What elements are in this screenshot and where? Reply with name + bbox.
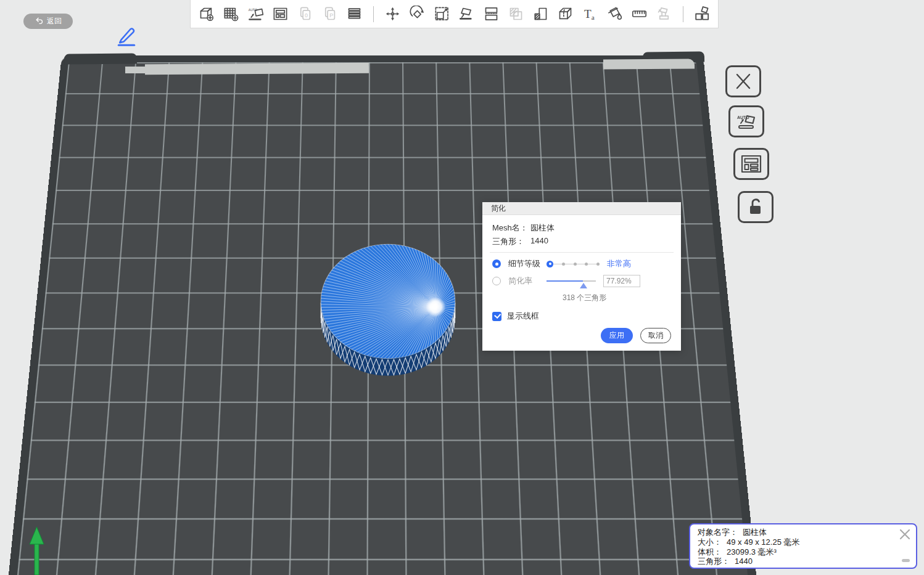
detail-level-radio[interactable] (492, 259, 501, 268)
plate-strip-right (603, 59, 695, 69)
auto-orient-tool-icon: AUTO (735, 111, 758, 132)
svg-text:T: T (584, 7, 592, 20)
object-name-value: 圆柱体 (743, 528, 767, 537)
object-name-label: 对象名字： (698, 528, 738, 537)
info-minimize-button[interactable] (902, 559, 910, 562)
scale-button[interactable] (432, 2, 452, 26)
simplify-dialog: 简化 Mesh名： 圆柱体 三角形： 1440 细节等级 非常高 简化率 (482, 202, 681, 351)
cut-icon (557, 6, 574, 22)
close-tool-button[interactable] (725, 65, 761, 97)
text-icon: T a (582, 6, 598, 22)
svg-text:P: P (329, 12, 333, 18)
show-wireframe-label: 显示线框 (507, 311, 539, 322)
lock-tool-button[interactable] (738, 191, 773, 223)
undo-icon (35, 17, 44, 26)
mesh-name-label: Mesh名： (492, 222, 530, 234)
auto-orient-icon: AUTO (247, 6, 264, 22)
volume-value: 23099.3 毫米³ (727, 547, 777, 557)
copy-icon: 0 (297, 6, 313, 22)
assembly-icon (693, 5, 711, 23)
edit-tool-indicator[interactable] (114, 23, 139, 51)
plate-handle-left (64, 53, 137, 64)
plate-strip-left (145, 63, 369, 75)
fill-region-icon (532, 6, 549, 22)
layout-tool-button[interactable] (733, 148, 769, 180)
triangles-label: 三角形： (492, 236, 530, 247)
svg-text:0: 0 (305, 12, 308, 18)
support-button[interactable] (654, 2, 674, 26)
volume-label: 体积： (698, 547, 722, 557)
layers-icon (346, 6, 363, 22)
plate-strip-left-step (125, 67, 146, 73)
support-icon (656, 6, 672, 22)
layers-button[interactable] (345, 2, 364, 26)
add-plate-button[interactable] (221, 2, 241, 26)
show-wireframe-checkbox[interactable] (492, 312, 501, 321)
cylinder-model[interactable] (310, 236, 466, 382)
simplify-rate-label: 简化率 (508, 275, 547, 287)
back-button[interactable]: 返回 (23, 14, 73, 29)
svg-text:a: a (592, 14, 595, 21)
simplify-rate-radio[interactable] (492, 277, 501, 285)
info-close-button[interactable] (899, 528, 911, 543)
close-icon (899, 528, 911, 540)
simplify-rate-slider[interactable] (547, 280, 596, 282)
close-icon (732, 71, 754, 91)
detail-level-value: 非常高 (607, 258, 631, 269)
measure-icon (631, 6, 648, 22)
detail-level-slider[interactable] (547, 261, 600, 267)
triangle-count-note: 318 个三角形 (563, 293, 671, 303)
main-toolbar: AUTO 0 P (190, 0, 719, 28)
auto-orient-button[interactable]: AUTO (246, 2, 265, 26)
triangle-count-label: 三角形： (698, 557, 730, 566)
arrange-icon (272, 6, 289, 22)
mesh-name-value: 圆柱体 (530, 222, 555, 234)
triangles-value: 1440 (530, 236, 548, 247)
paint-icon (606, 6, 623, 22)
add-part-button[interactable] (197, 2, 216, 26)
object-info-panel: 对象名字：圆柱体 大小：49 x 49 x 12.25 毫米 体积：23099.… (689, 523, 917, 569)
detail-level-slider-knob[interactable] (547, 261, 553, 267)
add-part-icon (198, 6, 215, 22)
y-axis-arrow (26, 526, 47, 575)
place-on-face-button[interactable] (457, 2, 476, 26)
text-button[interactable]: T a (580, 2, 600, 26)
rotate-icon (409, 6, 426, 22)
arrange-button[interactable] (271, 2, 290, 26)
rotate-button[interactable] (408, 2, 427, 26)
size-value: 49 x 49 x 12.25 毫米 (727, 537, 800, 547)
auto-orient-tool-button[interactable]: AUTO (728, 105, 764, 137)
cancel-button[interactable]: 取消 (640, 328, 671, 343)
copy-button[interactable]: 0 (295, 2, 315, 26)
paste-icon: P (321, 6, 338, 22)
fill-region-button[interactable] (531, 2, 550, 26)
cut-button[interactable] (556, 2, 575, 26)
triangle-count-value: 1440 (735, 557, 753, 566)
layout-icon (740, 154, 762, 174)
back-button-label: 返回 (47, 16, 62, 27)
pencil-icon (114, 23, 139, 48)
move-button[interactable] (383, 2, 402, 26)
split-icon (483, 6, 500, 22)
apply-button[interactable]: 应用 (601, 328, 633, 343)
scale-icon (434, 6, 450, 22)
measure-button[interactable] (630, 2, 649, 26)
size-label: 大小： (698, 537, 722, 547)
slider-marker[interactable] (580, 283, 587, 288)
add-plate-icon (223, 6, 239, 22)
assembly-button[interactable] (693, 2, 712, 26)
move-icon (384, 6, 401, 22)
mesh-boolean-button[interactable] (506, 2, 526, 26)
split-button[interactable] (482, 2, 501, 26)
mesh-boolean-icon (508, 6, 524, 22)
dialog-title: 简化 (482, 202, 681, 215)
simplify-rate-input[interactable] (603, 275, 640, 287)
toolbar-separator (683, 6, 683, 22)
toolbar-separator (373, 6, 374, 22)
detail-level-label: 细节等级 (508, 258, 547, 269)
dialog-divider (490, 252, 674, 253)
unlock-icon (745, 197, 767, 218)
paint-button[interactable] (605, 2, 624, 26)
paste-button[interactable]: P (320, 2, 339, 26)
wireframe-focus-highlight (426, 297, 445, 317)
